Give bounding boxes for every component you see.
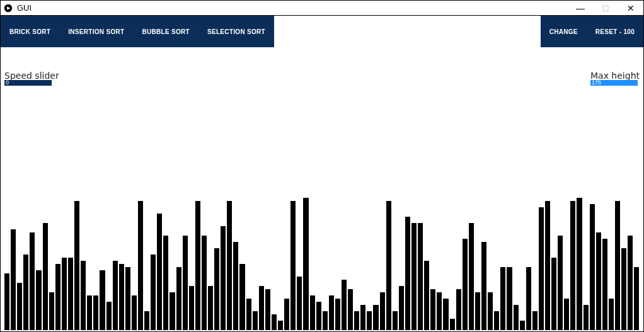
bar	[373, 305, 378, 330]
speed-slider-fill	[4, 80, 52, 86]
bar	[23, 255, 28, 330]
bar	[596, 232, 601, 330]
reset-button[interactable]: RESET - 100	[587, 16, 643, 47]
bar	[297, 277, 302, 330]
bar	[348, 289, 353, 330]
app-body: BRICK SORT INSERTION SORT BUBBLE SORT SE…	[0, 15, 644, 332]
bar	[106, 302, 112, 330]
bar	[87, 295, 92, 330]
bar	[43, 223, 48, 330]
window-title: GUI	[17, 3, 568, 13]
bar	[284, 299, 289, 330]
speed-slider-value: 0	[6, 79, 9, 86]
bar	[323, 311, 328, 330]
max-height-slider-label: Max height	[590, 71, 640, 80]
bar	[450, 319, 455, 330]
bar	[62, 258, 67, 330]
bar	[81, 261, 86, 330]
speed-slider-label: Speed slider	[4, 71, 59, 80]
bar	[628, 236, 633, 330]
bar	[609, 299, 614, 330]
bar	[36, 270, 41, 330]
bar	[17, 283, 22, 330]
bubble-sort-button[interactable]: BUBBLE SORT	[133, 16, 198, 47]
bar	[55, 264, 60, 330]
bar	[469, 223, 474, 330]
bar	[634, 267, 639, 330]
close-button[interactable]: ✕	[618, 1, 643, 15]
bar	[208, 286, 213, 330]
bar	[183, 236, 188, 330]
bar	[494, 311, 499, 330]
bar	[463, 239, 468, 330]
bars-chart	[4, 198, 640, 330]
bar	[163, 236, 168, 330]
change-button[interactable]: CHANGE	[541, 16, 587, 47]
bar	[202, 236, 207, 330]
bar	[564, 299, 569, 330]
bar	[570, 201, 575, 330]
bar	[520, 321, 525, 330]
bar	[418, 223, 423, 330]
bar	[119, 264, 124, 330]
speed-slider[interactable]: Speed slider 0	[4, 71, 59, 86]
bar	[93, 295, 98, 330]
bar	[430, 289, 435, 330]
bar	[360, 305, 365, 330]
toolbar: BRICK SORT INSERTION SORT BUBBLE SORT SE…	[1, 16, 643, 47]
bar	[539, 207, 544, 330]
bar	[144, 311, 149, 330]
bar	[68, 258, 73, 330]
bar	[132, 295, 137, 330]
bar	[545, 201, 550, 330]
bar	[615, 201, 620, 330]
max-height-slider[interactable]: Max height 175	[590, 71, 640, 86]
bar	[507, 267, 512, 330]
insertion-sort-button[interactable]: INSERTION SORT	[59, 16, 133, 47]
bar	[437, 292, 442, 330]
max-height-slider-track[interactable]: 175	[590, 80, 638, 86]
bar	[30, 232, 35, 330]
bar	[514, 305, 519, 330]
bar	[443, 299, 448, 330]
maximize-button[interactable]: □	[593, 1, 618, 15]
bar	[233, 242, 238, 330]
app-icon	[3, 3, 13, 13]
brick-sort-button[interactable]: BRICK SORT	[1, 16, 59, 47]
bar	[100, 270, 105, 330]
max-height-slider-value: 175	[592, 79, 601, 86]
bar	[584, 305, 589, 330]
action-buttons-group: CHANGE RESET - 100	[541, 16, 643, 47]
bar	[49, 292, 54, 330]
bar	[221, 226, 226, 330]
minimize-button[interactable]: —	[568, 1, 593, 15]
bar	[278, 321, 283, 330]
bar	[227, 201, 232, 330]
bar	[411, 223, 417, 330]
bar	[526, 267, 531, 330]
bar	[265, 289, 270, 330]
speed-slider-track[interactable]: 0	[4, 80, 52, 86]
bar	[558, 236, 563, 330]
selection-sort-button[interactable]: SELECTION SORT	[198, 16, 274, 47]
bar	[577, 198, 582, 330]
bar	[424, 261, 429, 330]
bar	[259, 286, 264, 330]
bar	[399, 286, 404, 330]
bar	[551, 258, 556, 330]
bar	[335, 299, 340, 330]
bar	[475, 292, 480, 330]
bar	[214, 248, 219, 330]
bar	[500, 267, 505, 330]
bar	[342, 280, 347, 330]
bar	[74, 201, 79, 330]
bar	[189, 286, 194, 330]
bar	[602, 239, 607, 330]
bar	[195, 201, 200, 330]
maximize-icon: □	[603, 3, 608, 13]
bar	[170, 292, 175, 330]
bar	[4, 273, 9, 330]
bar	[532, 311, 538, 330]
bar	[303, 198, 308, 330]
bar	[386, 201, 391, 330]
